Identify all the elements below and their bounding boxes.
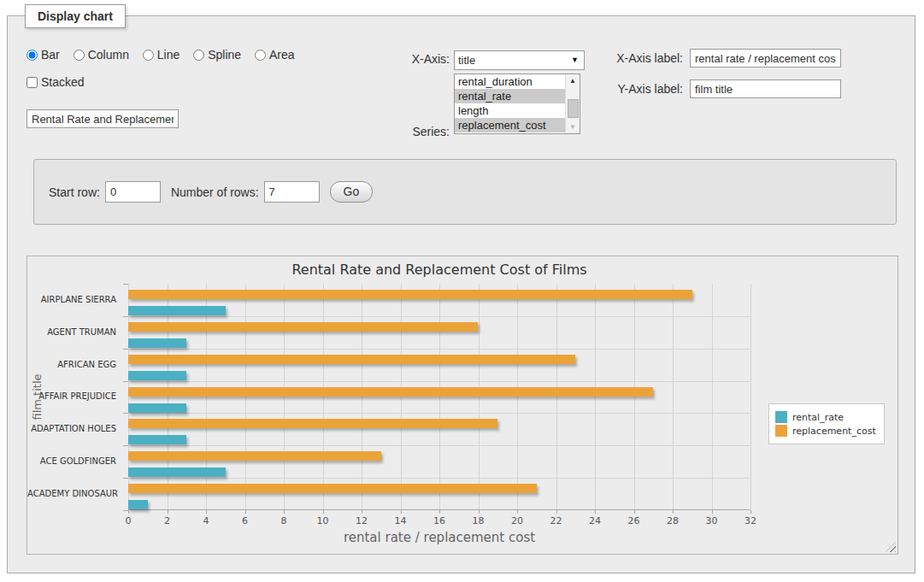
start-row-input[interactable] <box>105 181 161 203</box>
x-tick-label: 8 <box>281 515 287 526</box>
grid-line <box>517 284 518 509</box>
x-tick-label: 30 <box>706 515 718 526</box>
grid-line <box>401 284 402 509</box>
bar-rental_rate[interactable] <box>128 306 226 315</box>
x-tick-label: 28 <box>667 515 679 526</box>
grid-line <box>556 284 557 509</box>
chart-container: Rental Rate and Replacement Cost of Film… <box>26 256 898 555</box>
legend-swatch <box>775 425 787 437</box>
stacked-checkbox[interactable] <box>26 77 38 88</box>
x-axis-select[interactable]: title <box>454 50 585 70</box>
chart-title-input[interactable] <box>26 109 179 128</box>
y-axis-label-label: Y-Axis label: <box>597 82 683 96</box>
grid-line <box>128 445 750 446</box>
stacked-checkbox-label[interactable]: Stacked <box>26 75 85 89</box>
series-options: rental_durationrental_ratelengthreplacem… <box>455 74 565 133</box>
bar-rental_rate[interactable] <box>128 435 186 444</box>
series-option-rental_duration[interactable]: rental_duration <box>455 74 565 89</box>
bar-rental_rate[interactable] <box>128 467 226 477</box>
radio-line[interactable]: Line <box>143 48 180 62</box>
radio-line-input[interactable] <box>143 50 154 61</box>
x-tick-label: 2 <box>164 515 170 526</box>
series-select-label: Series: <box>350 125 450 138</box>
go-button[interactable]: Go <box>330 181 374 203</box>
grid-line <box>284 284 285 509</box>
chart-category-labels: AIRPLANE SIERRAAGENT TRUMANAFRICAN EGGAF… <box>27 284 123 510</box>
x-tick-mark <box>401 510 402 514</box>
x-tick-mark <box>168 510 168 514</box>
bar-replacement_cost[interactable] <box>128 290 692 299</box>
chart-type-radio-group: Bar Column Line Spline Area <box>26 48 305 62</box>
x-axis-label-input[interactable] <box>690 49 841 68</box>
grid-line <box>634 284 635 509</box>
bar-replacement_cost[interactable] <box>128 355 575 364</box>
radio-area[interactable]: Area <box>255 48 295 62</box>
radio-spline-input[interactable] <box>193 50 204 61</box>
legend-entry-replacement_cost[interactable]: replacement_cost <box>775 425 876 437</box>
x-tick-mark <box>323 510 324 514</box>
legend-swatch <box>775 411 787 423</box>
bar-replacement_cost[interactable] <box>128 387 653 397</box>
grid-line <box>595 284 596 509</box>
legend-label: rental_rate <box>792 412 844 423</box>
x-tick-label: 32 <box>744 515 756 526</box>
series-option-replacement_cost[interactable]: replacement_cost <box>455 118 565 132</box>
num-rows-input[interactable] <box>264 181 320 203</box>
x-tick-mark <box>206 510 207 514</box>
radio-bar[interactable]: Bar <box>26 48 60 62</box>
category-label: ACADEMY DINOSAUR <box>27 489 116 498</box>
scroll-up-icon[interactable]: ▲ <box>566 74 580 87</box>
bar-replacement_cost[interactable] <box>128 322 478 332</box>
bar-rental_rate[interactable] <box>128 500 148 509</box>
x-axis-select-label: X-Axis: <box>350 52 450 66</box>
chart-x-axis-title: rental rate / replacement cost <box>128 530 750 545</box>
legend-entry-rental_rate[interactable]: rental_rate <box>775 411 876 423</box>
series-option-rental_rate[interactable]: rental_rate <box>455 89 565 103</box>
bar-replacement_cost[interactable] <box>128 451 381 461</box>
x-axis-select-wrap: title ▼ <box>454 50 585 70</box>
category-label: AFFAIR PREJUDICE <box>27 391 116 401</box>
legend-label: replacement_cost <box>792 426 876 437</box>
grid-line <box>439 284 440 509</box>
radio-spline[interactable]: Spline <box>193 48 241 62</box>
grid-line <box>750 284 751 509</box>
x-tick-mark <box>750 510 751 514</box>
radio-bar-input[interactable] <box>26 50 38 61</box>
bar-rental_rate[interactable] <box>128 371 186 380</box>
resize-handle-icon[interactable] <box>886 542 896 552</box>
grid-line <box>245 284 246 509</box>
radio-column[interactable]: Column <box>74 48 129 62</box>
radio-area-input[interactable] <box>255 50 266 61</box>
bar-rental_rate[interactable] <box>128 403 186 413</box>
x-tick-label: 6 <box>242 515 248 526</box>
category-label: AIRPLANE SIERRA <box>27 295 116 304</box>
x-tick-label: 26 <box>628 515 640 526</box>
grid-line <box>362 284 362 509</box>
series-option-length[interactable]: length <box>455 103 565 118</box>
series-scrollbar[interactable]: ▲ ▼ <box>565 74 580 133</box>
radio-column-input[interactable] <box>74 50 85 61</box>
plot-area <box>128 284 750 510</box>
x-tick-label: 4 <box>203 515 209 526</box>
x-tick-label: 16 <box>433 515 445 526</box>
scrollbar-thumb[interactable] <box>568 99 579 118</box>
scroll-down-icon[interactable]: ▼ <box>566 121 580 133</box>
x-axis-label-label: X-Axis label: <box>597 51 683 65</box>
x-tick-mark <box>517 510 518 514</box>
x-tick-mark <box>362 510 362 514</box>
x-tick-mark <box>245 510 246 514</box>
bar-replacement_cost[interactable] <box>128 419 497 428</box>
x-tick-label: 14 <box>395 515 407 526</box>
grid-line <box>323 284 324 509</box>
x-tick-mark <box>556 510 557 514</box>
y-axis-label-input[interactable] <box>690 79 841 98</box>
stacked-row: Stacked <box>26 75 95 89</box>
bar-replacement_cost[interactable] <box>128 484 537 493</box>
bar-rental_rate[interactable] <box>128 338 186 348</box>
grid-line <box>128 413 750 414</box>
x-tick-mark <box>673 510 674 514</box>
x-tick-label: 20 <box>511 515 523 526</box>
chart-legend: rental_ratereplacement_cost <box>768 403 885 444</box>
series-listbox[interactable]: rental_durationrental_ratelengthreplacem… <box>454 73 580 134</box>
category-label: AGENT TRUMAN <box>27 327 116 337</box>
